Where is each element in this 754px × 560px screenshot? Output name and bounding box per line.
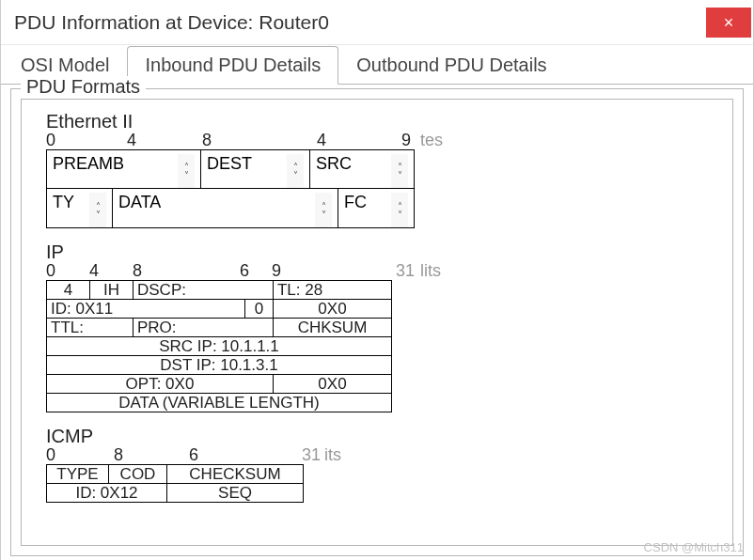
- table-row: TYPE COD CHECKSUM: [47, 465, 304, 484]
- ethernet-title: Ethernet II: [46, 111, 708, 132]
- ethernet-row1: PREAMB ˄˅ DEST ˄˅ SRC ˄˅: [46, 149, 415, 189]
- field-ip-ver: 4: [47, 281, 90, 300]
- table-row: TTL: PRO: CHKSUM: [47, 319, 392, 337]
- table-row: 4 IH DSCP: TL: 28: [47, 281, 392, 300]
- field-icmp-id: ID: 0X12: [47, 484, 167, 503]
- icmp-bit-ruler: 0 8 6 31 its: [46, 447, 347, 464]
- chevron-down-icon[interactable]: ˅: [391, 171, 408, 179]
- table-row: ID: 0X12 SEQ: [47, 484, 304, 503]
- field-ip-ttl: TTL:: [47, 319, 134, 337]
- chevron-down-icon[interactable]: ˅: [391, 210, 408, 219]
- icmp-section: ICMP 0 8 6 31 its TYPE COD CHECKSUM ID: …: [46, 426, 708, 503]
- ip-bit-ruler: 0 4 8 6 9 31 lits: [46, 263, 422, 280]
- table-row: DST IP: 10.1.3.1: [47, 356, 392, 375]
- field-ip-ihl: IH: [90, 281, 134, 300]
- field-ip-id: ID: 0X11: [47, 300, 245, 319]
- field-icmp-seq: SEQ: [167, 484, 304, 503]
- field-ip-tl: TL: 28: [273, 281, 391, 300]
- watermark: CSDN @Mitch311: [644, 540, 744, 554]
- stepper-preamble[interactable]: ˄˅: [178, 154, 195, 188]
- field-icmp-code: COD: [109, 465, 167, 484]
- field-icmp-chk: CHECKSUM: [167, 465, 304, 484]
- field-fcs: FC ˄˅: [338, 189, 414, 227]
- stepper-src[interactable]: ˄˅: [391, 154, 408, 188]
- field-ip-data: DATA (VARIABLE LENGTH): [47, 394, 392, 412]
- field-ip-frag: 0X0: [273, 300, 391, 319]
- field-type: TY ˄˅: [47, 189, 113, 227]
- close-icon: ×: [724, 14, 734, 31]
- field-icmp-type: TYPE: [47, 465, 109, 484]
- field-ip-src: SRC IP: 10.1.1.1: [47, 337, 392, 356]
- stepper-fcs[interactable]: ˄˅: [391, 193, 408, 227]
- window-title: PDU Information at Device: Router0: [14, 11, 329, 34]
- chevron-down-icon[interactable]: ˅: [178, 171, 195, 179]
- field-ip-dst: DST IP: 10.1.3.1: [47, 356, 392, 375]
- icmp-title: ICMP: [46, 426, 708, 447]
- table-row: ID: 0X11 0 0X0: [47, 300, 392, 319]
- chevron-down-icon[interactable]: ˅: [89, 210, 106, 219]
- close-button[interactable]: ×: [706, 8, 751, 38]
- field-ip-dscp: DSCP:: [134, 281, 274, 300]
- field-preamble: PREAMB ˄˅: [47, 150, 201, 188]
- field-src-mac: SRC ˄˅: [310, 150, 414, 188]
- group-legend: PDU Formats: [21, 76, 146, 98]
- field-data: DATA ˄˅: [113, 189, 338, 227]
- tab-outbound-pdu[interactable]: Outbound PDU Details: [338, 46, 564, 85]
- ethernet-section: Ethernet II 0 4 8 4 9 tes PREAMB ˄˅ DEST: [46, 111, 708, 228]
- stepper-type[interactable]: ˄˅: [89, 193, 106, 227]
- ip-section: IP 0 4 8 6 9 31 lits 4 IH DSCP: TL: 28 I…: [46, 241, 708, 412]
- ip-table: 4 IH DSCP: TL: 28 ID: 0X11 0 0X0 TTL: PR…: [46, 280, 392, 412]
- ethernet-row2: TY ˄˅ DATA ˄˅ FC ˄˅: [46, 189, 415, 228]
- table-row: SRC IP: 10.1.1.1: [47, 337, 392, 356]
- field-ip-chk: CHKSUM: [273, 319, 391, 337]
- stepper-data[interactable]: ˄˅: [315, 193, 332, 227]
- field-ip-opt: OPT: 0X0: [47, 375, 274, 394]
- pdu-formats-group: PDU Formats Ethernet II 0 4 8 4 9 tes PR…: [10, 88, 744, 556]
- ip-title: IP: [46, 241, 708, 263]
- table-row: OPT: 0X0 0X0: [47, 375, 392, 394]
- pdu-inner-panel: Ethernet II 0 4 8 4 9 tes PREAMB ˄˅ DEST: [21, 99, 733, 546]
- field-dest-mac: DEST ˄˅: [201, 150, 310, 188]
- chevron-down-icon[interactable]: ˅: [315, 210, 332, 219]
- stepper-dest[interactable]: ˄˅: [287, 154, 304, 188]
- table-row: DATA (VARIABLE LENGTH): [47, 394, 392, 412]
- tab-inbound-pdu[interactable]: Inbound PDU Details: [127, 46, 338, 85]
- icmp-table: TYPE COD CHECKSUM ID: 0X12 SEQ: [46, 464, 304, 503]
- field-ip-flags: 0: [244, 300, 273, 319]
- field-ip-pro: PRO:: [134, 319, 274, 337]
- chevron-down-icon[interactable]: ˅: [287, 171, 304, 179]
- field-ip-pad: 0X0: [273, 375, 391, 394]
- ethernet-bit-ruler: 0 4 8 4 9 tes: [46, 132, 422, 149]
